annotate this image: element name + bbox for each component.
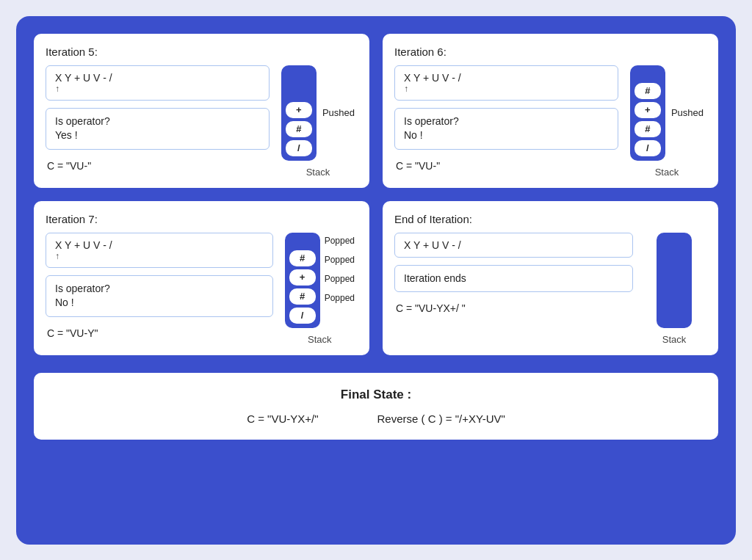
end-iteration-box: End of Iteration: X Y + U V - / Iteratio… — [383, 201, 718, 355]
iter5-inner: X Y + U V - / ↑ Is operator? Yes ! C = "… — [46, 65, 355, 178]
end-stack — [657, 233, 692, 328]
iter5-title: Iteration 5: — [46, 46, 355, 58]
iter5-chip-3: / — [286, 140, 312, 156]
iter7-chip-1: # — [289, 250, 316, 266]
iter5-stack-container: + # / Pushed — [281, 65, 355, 161]
iter7-cvalue: C = "VU-Y" — [46, 327, 273, 339]
iter5-left: X Y + U V - / ↑ Is operator? Yes ! C = "… — [46, 65, 270, 172]
iteration-6-box: Iteration 6: X Y + U V - / ↑ Is operator… — [383, 34, 718, 188]
iter6-chip-4: / — [634, 140, 661, 156]
iter6-chip-1: # — [634, 83, 661, 99]
final-reverse: Reverse ( C ) = "/+XY-UV" — [377, 412, 505, 425]
main-container: Iteration 5: X Y + U V - / ↑ Is operator… — [16, 16, 736, 545]
final-state-box: Final State : C = "VU-YX+/" Reverse ( C … — [34, 373, 718, 440]
iter7-chip-3: # — [289, 288, 316, 305]
iter6-question: Is operator? No ! — [394, 108, 618, 150]
iter6-title: Iteration 6: — [394, 46, 704, 58]
iter7-inner: X Y + U V - / ↑ Is operator? No ! C = "V… — [46, 233, 355, 345]
end-question: Iteration ends — [394, 265, 633, 293]
iter7-question: Is operator? No ! — [46, 275, 273, 317]
iter7-expr: X Y + U V - / ↑ — [46, 233, 273, 268]
iter7-left: X Y + U V - / ↑ Is operator? No ! C = "V… — [46, 233, 273, 339]
iter6-expr: X Y + U V - / ↑ — [394, 65, 618, 101]
iter6-stack: # + # / — [630, 65, 665, 161]
end-stack-label: Stack — [662, 334, 687, 345]
iter7-chip-4: / — [289, 308, 316, 324]
end-cvalue: C = "VU-YX+/ " — [394, 302, 633, 314]
iter5-pushed: Pushed — [322, 107, 355, 118]
iter7-ann-1: Popped — [325, 233, 355, 249]
end-right: Stack — [645, 233, 704, 345]
end-expr: X Y + U V - / — [394, 233, 633, 258]
end-inner: X Y + U V - / Iteration ends C = "VU-YX+… — [394, 233, 704, 345]
iter7-annotations: Popped Popped Popped Popped — [325, 233, 355, 310]
final-c-value: C = "VU-YX+/" — [247, 412, 318, 425]
final-row: C = "VU-YX+/" Reverse ( C ) = "/+XY-UV" — [56, 412, 696, 425]
iter7-stack-label: Stack — [308, 334, 332, 345]
iter6-stack-container: # + # / Pushed — [630, 65, 704, 161]
iter6-left: X Y + U V - / ↑ Is operator? No ! C = "V… — [394, 65, 618, 172]
iter7-ann-4: Popped — [325, 290, 355, 306]
iter7-stack: # + # / — [285, 233, 320, 328]
iter5-right: + # / Pushed Stack — [281, 65, 355, 178]
iteration-7-box: Iteration 7: X Y + U V - / ↑ Is operator… — [34, 201, 369, 355]
iter7-chip-2: + — [289, 269, 316, 286]
iter5-chip-2: # — [286, 121, 312, 137]
iter6-pushed: Pushed — [671, 107, 704, 118]
iter7-right: # + # / Popped Popped Popped Popped Stac… — [285, 233, 355, 345]
iter6-inner: X Y + U V - / ↑ Is operator? No ! C = "V… — [394, 65, 704, 178]
iter5-expr: X Y + U V - / ↑ — [46, 65, 270, 101]
iter5-stack: + # / — [281, 65, 317, 161]
iter7-ann-3: Popped — [325, 271, 355, 287]
iter6-chip-3: # — [634, 121, 661, 137]
iter7-ann-2: Popped — [325, 252, 355, 268]
iter6-right: # + # / Pushed Stack — [630, 65, 704, 178]
iter5-stack-label: Stack — [306, 167, 330, 178]
final-title: Final State : — [56, 388, 696, 402]
iter7-stack-container: # + # / Popped Popped Popped Popped — [285, 233, 355, 328]
iter5-cvalue: C = "VU-" — [46, 160, 270, 172]
iter5-chip-1: + — [286, 102, 312, 118]
iteration-5-box: Iteration 5: X Y + U V - / ↑ Is operator… — [34, 34, 369, 188]
end-left: X Y + U V - / Iteration ends C = "VU-YX+… — [394, 233, 633, 315]
end-stack-container — [657, 233, 692, 328]
iter6-cvalue: C = "VU-" — [394, 160, 618, 172]
iter6-stack-label: Stack — [655, 167, 679, 178]
end-title: End of Iteration: — [394, 213, 704, 225]
iter5-question: Is operator? Yes ! — [46, 108, 270, 150]
iterations-grid: Iteration 5: X Y + U V - / ↑ Is operator… — [34, 34, 718, 355]
iter6-chip-2: + — [634, 102, 661, 118]
iter7-title: Iteration 7: — [46, 213, 355, 225]
